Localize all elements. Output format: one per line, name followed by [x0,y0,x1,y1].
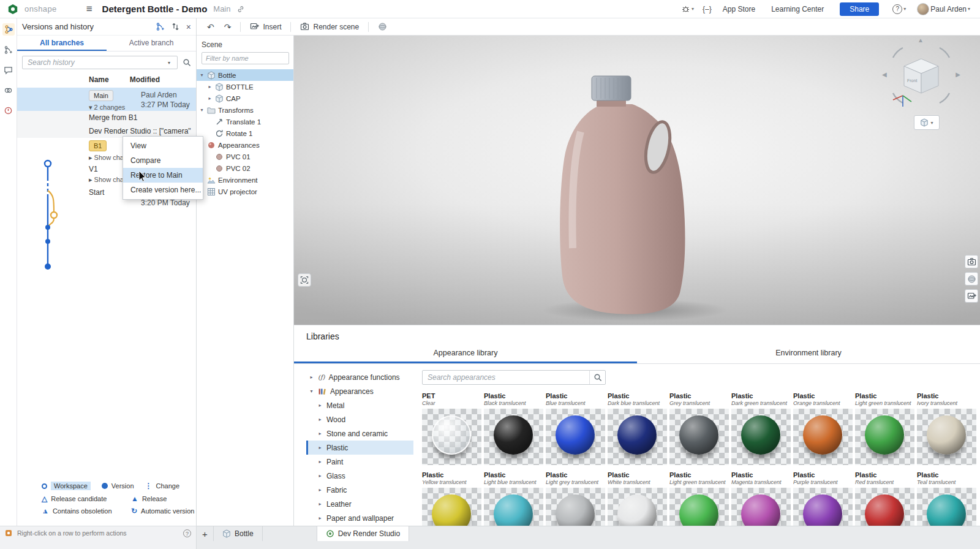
create-branch-icon[interactable] [156,22,165,31]
library-category-leather[interactable]: ▸Leather [306,497,413,511]
swatch-pet-clear[interactable]: PET Clear [422,392,481,465]
chevron-right-icon[interactable]: ▸ [317,459,323,464]
scene-tree-item-pvc-01[interactable]: PVC 01 [197,151,293,162]
scene-tree-item-translate-1[interactable]: Translate 1 [197,116,293,127]
tab-all-branches[interactable]: All branches [17,36,107,51]
chevron-right-icon[interactable]: ▸ [317,417,323,422]
compare-versions-icon[interactable] [171,22,180,31]
swatch-plastic-light-grey-translucent[interactable]: Plastic Light grey translucent [546,471,605,526]
chevron-down-icon[interactable]: ▾ [89,104,92,111]
viewport-image-button[interactable] [965,289,978,303]
scene-tree-item-appearances[interactable]: ▾Appearances [197,139,293,151]
context-menu-item-view[interactable]: View [123,138,203,153]
library-category-fabric[interactable]: ▸Fabric [306,483,413,497]
scene-filter-input[interactable] [202,52,289,64]
comments-icon[interactable] [2,64,15,76]
chevron-right-icon[interactable]: ▸ [207,84,213,89]
follow-mode-icon[interactable] [2,84,15,96]
search-button[interactable] [589,371,605,384]
share-link-icon[interactable] [236,5,245,13]
redo-button[interactable]: ↷ [220,21,236,33]
scene-tree-item-cap[interactable]: ▸CAP [197,93,293,104]
tab-appearance-library[interactable]: Appearance library [294,345,637,363]
chevron-right-icon[interactable]: ▸ [89,154,92,161]
material-sphere-button[interactable] [374,20,391,33]
chevron-right-icon[interactable]: ▸ [309,374,314,380]
chevron-down-icon[interactable]: ▾ [199,72,205,78]
pan-right-icon[interactable]: ▶ [956,71,960,78]
library-category-plastic[interactable]: ▸Plastic [306,441,413,455]
tab-environment-library[interactable]: Environment library [637,345,980,363]
onshape-logo-icon[interactable] [7,4,18,15]
chevron-right-icon[interactable]: ▸ [317,445,323,450]
viewport-camera-button[interactable] [965,255,978,268]
swatch-plastic-white-translucent[interactable]: Plastic White translucent [608,471,667,526]
detergent-bottle-render[interactable] [544,74,697,319]
library-category-appearances[interactable]: ▾Appearances [306,384,413,398]
chevron-right-icon[interactable]: ▸ [317,501,323,507]
pan-up-icon[interactable]: ▲ [918,37,924,44]
context-menu-item-compare[interactable]: Compare [123,153,203,168]
help-icon[interactable]: ? [183,529,191,537]
document-tab-bottle[interactable]: Bottle [214,526,263,541]
library-category-wood[interactable]: ▸Wood [306,412,413,426]
swatch-plastic-magenta-translucent[interactable]: Plastic Magenta translucent [731,471,791,526]
undo-button[interactable]: ↶ [203,21,219,33]
library-category-paint[interactable]: ▸Paint [306,455,413,469]
search-history-input[interactable] [22,56,178,69]
swatch-plastic-black-translucent[interactable]: Plastic Black translucent [484,392,543,465]
library-category-metal[interactable]: ▸Metal [306,398,413,412]
branch-badge-b1[interactable]: B1 [89,140,107,151]
library-category-stone-and-ceramic[interactable]: ▸Stone and ceramic [306,426,413,441]
swatch-plastic-blue-translucent[interactable]: Plastic Blue translucent [546,392,605,465]
context-menu-item-restore-to-main[interactable]: Restore to Main [123,168,203,183]
chevron-right-icon[interactable]: ▸ [317,403,323,408]
swatch-plastic-dark-blue-translucent[interactable]: Plastic Dark blue translucent [608,392,667,465]
versions-history-panel-icon[interactable] [2,23,15,36]
swatch-plastic-light-green-translucent[interactable]: Plastic Light green translucent [669,471,729,526]
scene-tree-item-rotate-1[interactable]: Rotate 1 [197,127,293,139]
chevron-right-icon[interactable]: ▸ [89,176,92,183]
hamburger-menu-icon[interactable]: ≡ [86,3,92,15]
swatch-plastic-teal-translucent[interactable]: Plastic Teal translucent [917,471,976,526]
swatch-plastic-yellow-translucent[interactable]: Plastic Yellow translucent [422,471,481,526]
render-viewport[interactable]: Front ▲ ◀ ▶ ▾ [294,36,980,325]
share-button[interactable]: Share [840,2,879,16]
scene-tree-item-environment[interactable]: ▸Environment [197,174,293,186]
search-appearances-input[interactable] [423,371,589,384]
view-options-button[interactable]: ▾ [914,115,940,130]
close-panel-icon[interactable]: × [186,22,191,32]
workspace-badge-main[interactable]: Main [89,90,113,101]
chevron-right-icon[interactable]: ▸ [317,431,323,436]
learning-center-link[interactable]: Learning Center [771,5,824,13]
chevron-down-icon[interactable]: ▾ [309,388,314,394]
document-tab-dev-render-studio[interactable]: Dev Render Studio [317,526,409,541]
scene-tree-item-bottle[interactable]: ▾Bottle [197,69,293,81]
render-scene-button[interactable]: Render scene [296,20,363,33]
tab-active-branch[interactable]: Active branch [107,36,196,51]
chevron-right-icon[interactable]: ▸ [317,515,323,521]
viewport-render-button[interactable] [965,272,978,286]
scene-tree-item-transforms[interactable]: ▾Transforms [197,104,293,116]
app-store-link[interactable]: App Store [723,5,755,13]
render-queue-button[interactable]: ▾ [681,4,694,13]
insert-button[interactable]: Insert [246,20,285,33]
user-menu[interactable]: Paul Arden ▾ [917,3,970,15]
swatch-plastic-light-green-translucent[interactable]: Plastic Light green translucent [855,392,914,465]
view-cube[interactable]: Front ▲ ◀ ▶ [884,39,958,113]
chevron-right-icon[interactable]: ▸ [207,96,213,101]
library-category-glass[interactable]: ▸Glass [306,469,413,483]
render-status-icon[interactable] [2,104,15,116]
help-menu[interactable]: ? ▾ [892,4,906,14]
chevron-right-icon[interactable]: ▸ [317,487,323,493]
add-tab-button[interactable]: + [197,526,214,541]
scene-tree-item-pvc-02[interactable]: PVC 02 [197,162,293,174]
scene-tree-item-uv-projector[interactable]: ▸UV projector [197,186,293,197]
chevron-right-icon[interactable]: ▸ [317,473,323,479]
chevron-down-icon[interactable]: ▾ [199,107,205,113]
search-icon[interactable] [183,58,191,67]
history-row-merge[interactable]: Merge from B1 [17,111,196,124]
search-filter-caret-icon[interactable]: ▾ [168,60,170,66]
scene-tree-item-bottle[interactable]: ▸BOTTLE [197,81,293,93]
context-menu-item-create-version-here[interactable]: Create version here... [123,183,203,197]
